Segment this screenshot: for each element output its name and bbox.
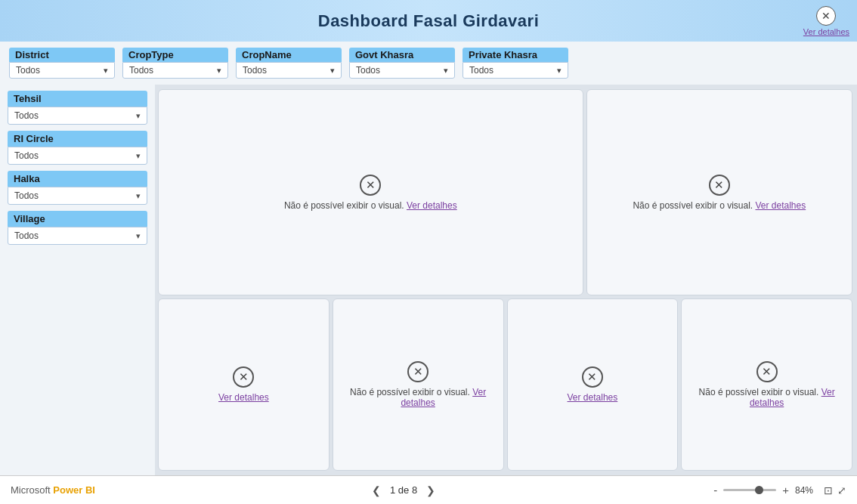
sidebar-tehsil-value: Todos bbox=[14, 110, 39, 121]
error-icon-5: ✕ bbox=[582, 366, 603, 388]
ver-detalhes-link-3[interactable]: Ver detalhes bbox=[218, 392, 269, 403]
header-ver-detalhes-link[interactable]: Ver detalhes bbox=[803, 27, 849, 36]
filter-cropname: CropName Todos ▾ bbox=[236, 48, 342, 79]
zoom-controls: - + 84% ⊡ ⤢ bbox=[712, 484, 846, 496]
ver-detalhes-link-6[interactable]: Ver detalhes bbox=[750, 387, 835, 408]
microsoft-label: Microsoft bbox=[11, 484, 53, 496]
visuals-bottom-row: ✕ Ver detalhes ✕ Não é possível exibir o… bbox=[158, 298, 852, 471]
error-icon-1: ✕ bbox=[360, 175, 381, 196]
ver-detalhes-link-4[interactable]: Ver detalhes bbox=[401, 387, 486, 408]
visual-card-3: ✕ Ver detalhes bbox=[158, 298, 329, 471]
filter-district-label: District bbox=[9, 48, 115, 62]
page-next-button[interactable]: ❯ bbox=[423, 483, 438, 498]
ver-detalhes-link-1[interactable]: Ver detalhes bbox=[407, 200, 457, 211]
fullscreen-icon[interactable]: ⤢ bbox=[837, 484, 846, 496]
filter-private-khasra-value: Todos bbox=[469, 65, 493, 76]
error-text-4: Não é possível exibir o visual. Ver deta… bbox=[333, 387, 503, 408]
powerbi-logo[interactable]: Microsoft Power BI bbox=[11, 484, 95, 496]
visual-card-4: ✕ Não é possível exibir o visual. Ver de… bbox=[333, 298, 504, 471]
error-icon-2: ✕ bbox=[709, 175, 730, 196]
filter-croptype-select[interactable]: Todos ▾ bbox=[122, 62, 228, 79]
ver-detalhes-link-5[interactable]: Ver detalhes bbox=[568, 392, 618, 403]
sidebar-filters: Tehsil Todos ▾ RI Circle Todos ▾ Halka T… bbox=[0, 85, 155, 475]
error-content-1: ✕ Não é possível exibir o visual. Ver de… bbox=[284, 175, 457, 211]
error-text-6: Não é possível exibir o visual. Ver deta… bbox=[682, 387, 852, 408]
visuals-area: ✕ Não é possível exibir o visual. Ver de… bbox=[155, 85, 857, 475]
chevron-down-icon: ▾ bbox=[136, 191, 141, 201]
sidebar-ri-circle-select[interactable]: Todos ▾ bbox=[8, 147, 147, 165]
filter-district: District Todos ▾ bbox=[9, 48, 115, 79]
sidebar-filter-village: Village Todos ▾ bbox=[8, 211, 147, 245]
sidebar-village-label: Village bbox=[8, 211, 147, 227]
dashboard-title: Dashboard Fasal Girdavari bbox=[318, 11, 540, 31]
main-content: Tehsil Todos ▾ RI Circle Todos ▾ Halka T… bbox=[0, 85, 857, 475]
filter-district-value: Todos bbox=[16, 65, 40, 76]
sidebar-halka-label: Halka bbox=[8, 171, 147, 187]
ver-detalhes-link-2[interactable]: Ver detalhes bbox=[755, 200, 806, 211]
chevron-down-icon: ▾ bbox=[104, 66, 108, 76]
sidebar-tehsil-select[interactable]: Todos ▾ bbox=[8, 107, 147, 125]
chevron-down-icon: ▾ bbox=[557, 66, 562, 76]
filter-croptype: CropType Todos ▾ bbox=[122, 48, 228, 79]
sidebar-filter-halka: Halka Todos ▾ bbox=[8, 171, 147, 205]
error-content-5: ✕ Ver detalhes bbox=[568, 366, 618, 403]
filter-cropname-select[interactable]: Todos ▾ bbox=[236, 62, 342, 79]
sidebar-halka-value: Todos bbox=[14, 190, 39, 201]
filter-govt-khasra-select[interactable]: Todos ▾ bbox=[349, 62, 455, 79]
filter-govt-khasra-value: Todos bbox=[356, 65, 380, 76]
page-prev-button[interactable]: ❮ bbox=[369, 483, 384, 498]
chevron-down-icon: ▾ bbox=[136, 151, 141, 161]
filter-cropname-value: Todos bbox=[243, 65, 267, 76]
filter-private-khasra-label: Private Khasra bbox=[463, 48, 568, 62]
sidebar-halka-select[interactable]: Todos ▾ bbox=[8, 187, 147, 205]
powerbi-label: Power BI bbox=[53, 484, 95, 496]
error-content-3: ✕ Ver detalhes bbox=[218, 366, 269, 403]
filter-croptype-label: CropType bbox=[122, 48, 228, 62]
zoom-in-button[interactable]: + bbox=[781, 484, 790, 496]
visual-card-6: ✕ Não é possível exibir o visual. Ver de… bbox=[681, 298, 852, 471]
sidebar-ri-circle-value: Todos bbox=[14, 150, 39, 161]
chevron-down-icon: ▾ bbox=[136, 231, 141, 241]
sidebar-filter-tehsil: Tehsil Todos ▾ bbox=[8, 91, 147, 125]
chevron-down-icon: ▾ bbox=[330, 66, 335, 76]
error-text-5: Ver detalhes bbox=[568, 392, 618, 403]
sidebar-filter-ri-circle: RI Circle Todos ▾ bbox=[8, 131, 147, 165]
chevron-down-icon: ▾ bbox=[444, 66, 448, 76]
filter-croptype-value: Todos bbox=[129, 65, 153, 76]
zoom-slider[interactable] bbox=[723, 489, 776, 491]
error-icon-3: ✕ bbox=[233, 366, 254, 388]
error-text-3: Ver detalhes bbox=[218, 392, 269, 403]
filter-cropname-label: CropName bbox=[236, 48, 342, 62]
zoom-percent: 84% bbox=[795, 485, 819, 496]
chevron-down-icon: ▾ bbox=[136, 111, 141, 121]
top-filter-row: District Todos ▾ CropType Todos ▾ CropNa… bbox=[0, 42, 857, 85]
filter-private-khasra-select[interactable]: Todos ▾ bbox=[463, 62, 568, 79]
filter-govt-khasra-label: Govt Khasra bbox=[349, 48, 455, 62]
sidebar-village-select[interactable]: Todos ▾ bbox=[8, 227, 147, 245]
page-info: 1 de 8 bbox=[390, 484, 417, 496]
sidebar-village-value: Todos bbox=[14, 230, 39, 241]
error-content-6: ✕ Não é possível exibir o visual. Ver de… bbox=[682, 361, 852, 408]
chevron-down-icon: ▾ bbox=[217, 66, 221, 76]
error-text-2: Não é possível exibir o visual. Ver deta… bbox=[633, 200, 806, 211]
zoom-slider-thumb bbox=[755, 486, 763, 494]
error-icon-4: ✕ bbox=[407, 361, 428, 382]
sidebar-ri-circle-label: RI Circle bbox=[8, 131, 147, 147]
error-content-4: ✕ Não é possível exibir o visual. Ver de… bbox=[333, 361, 503, 408]
zoom-out-button[interactable]: - bbox=[712, 484, 719, 496]
visuals-top-row: ✕ Não é possível exibir o visual. Ver de… bbox=[158, 89, 852, 295]
page-navigation: ❮ 1 de 8 ❯ bbox=[369, 483, 438, 498]
error-icon-6: ✕ bbox=[756, 361, 778, 382]
error-content-2: ✕ Não é possível exibir o visual. Ver de… bbox=[633, 175, 806, 211]
sidebar-tehsil-label: Tehsil bbox=[8, 91, 147, 107]
error-text-1: Não é possível exibir o visual. Ver deta… bbox=[284, 200, 457, 211]
visual-card-2: ✕ Não é possível exibir o visual. Ver de… bbox=[586, 89, 852, 295]
header-bar: Dashboard Fasal Girdavari ✕ Ver detalhes bbox=[0, 0, 857, 42]
filter-govt-khasra: Govt Khasra Todos ▾ bbox=[349, 48, 455, 79]
fit-page-icon[interactable]: ⊡ bbox=[824, 484, 833, 496]
close-icon[interactable]: ✕ bbox=[816, 6, 836, 26]
filter-private-khasra: Private Khasra Todos ▾ bbox=[463, 48, 568, 79]
header-close-button[interactable]: ✕ Ver detalhes bbox=[803, 6, 849, 36]
filter-district-select[interactable]: Todos ▾ bbox=[9, 62, 115, 79]
status-bar: Microsoft Power BI ❮ 1 de 8 ❯ - + 84% ⊡ … bbox=[0, 475, 857, 504]
